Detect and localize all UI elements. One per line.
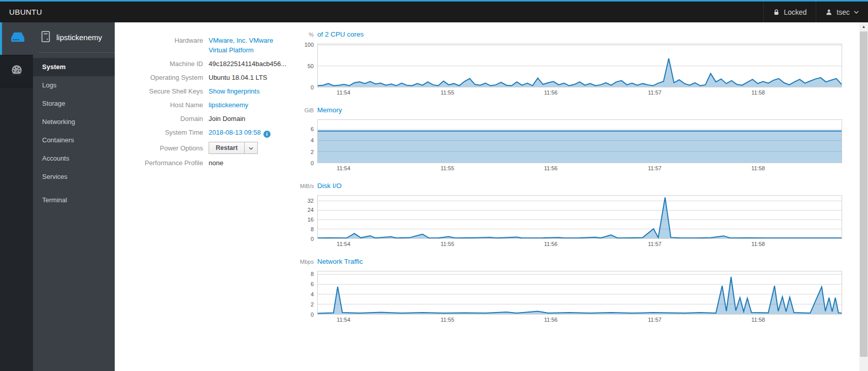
user-menu[interactable]: tsec [816,2,868,22]
sidebar-item-logs[interactable]: Logs [33,76,115,95]
machine-id-label: Machine ID [125,59,209,69]
restart-button[interactable]: Restart [209,142,245,154]
operating-system-value: Ubuntu 18.04.1 LTS [209,73,292,82]
cpu-chart-title-link[interactable]: of 2 CPU cores [317,30,364,38]
memory-y-axis: 6420 [300,119,317,163]
locked-indicator[interactable]: Locked [763,2,816,22]
sidebar-host-header[interactable]: lipstickenemy [33,22,115,52]
host-name-row-label: Host Name [125,100,209,110]
sidebar-divider [39,52,115,53]
performance-profile-value: none [209,158,292,168]
network-chart-title-link[interactable]: Network Traffic [317,258,363,265]
network-y-axis: 86420 [300,271,317,315]
cpu-y-axis: 100500 [300,44,317,87]
brand-logo: UBUNTU [0,2,51,22]
sidebar-item-system[interactable]: System [33,58,115,76]
lock-icon [773,9,780,16]
hardware-label: Hardware [125,36,209,55]
host-name-link[interactable]: lipstickenemy [209,101,248,109]
info-row-operating-system: Operating System Ubuntu 18.04.1 LTS [125,73,300,82]
host-name-label: lipstickenemy [56,33,102,42]
host-icon [40,30,51,44]
sidebar-item-terminal[interactable]: Terminal [33,191,115,209]
dashboard-tab[interactable] [0,55,33,87]
disk-io-chart: MiB/s Disk I/O 32241680 11:5411:5511:561… [300,182,842,249]
memory-x-axis: 11:5411:5511:5611:5711:58 [317,163,842,173]
memory-unit-label: GiB [300,107,317,113]
user-label: tsec [837,8,850,16]
dashboard-icon [10,64,23,79]
vertical-scrollbar[interactable]: ▲ [859,22,868,371]
power-options-label: Power Options [125,143,209,153]
cpu-plot-area[interactable] [317,44,842,87]
info-row-system-time: System Time 2018-08-13 09:58i [125,128,300,138]
network-traffic-chart: Mbps Network Traffic 86420 11:5411:5511:… [300,258,842,325]
cpu-unit-label: % [300,32,317,38]
cpu-chart: % of 2 CPU cores 100500 11:5411:5511:561… [300,30,842,98]
info-row-hardware: Hardware VMware, Inc. VMware Virtual Pla… [125,36,300,55]
system-time-link[interactable]: 2018-08-13 09:58 [209,129,261,136]
restart-dropdown-caret[interactable] [245,142,258,154]
info-row-performance-profile: Performance Profile none [125,158,300,168]
host-server-tab[interactable] [0,22,33,55]
show-fingerprints-link[interactable]: Show fingerprints [209,87,259,95]
info-icon[interactable]: i [263,131,271,138]
network-x-axis: 11:5411:5511:5611:5711:58 [317,315,842,325]
performance-profile-label: Performance Profile [125,158,209,168]
scroll-up-icon[interactable]: ▲ [859,22,868,31]
app-switcher-strip [0,22,33,371]
network-unit-label: Mbps [300,259,317,265]
charts-panel: % of 2 CPU cores 100500 11:5411:5511:561… [300,30,842,371]
locked-label: Locked [784,8,807,16]
operating-system-label: Operating System [125,73,209,82]
disk-io-unit-label: MiB/s [300,183,317,189]
scrollbar-thumb[interactable] [860,32,867,357]
memory-chart-title-link[interactable]: Memory [317,106,342,114]
cpu-x-axis: 11:5411:5511:5611:5711:58 [317,87,842,98]
system-time-label: System Time [125,128,209,138]
disk-io-x-axis: 11:5411:5511:5611:5711:58 [317,239,842,249]
sidebar-item-accounts[interactable]: Accounts [33,149,115,168]
memory-plot-area[interactable] [317,119,842,163]
server-icon [10,32,25,46]
hardware-link[interactable]: VMware, Inc. VMware Virtual Platform [209,37,273,54]
info-row-power-options: Power Options Restart [125,142,300,154]
info-row-host-name: Host Name lipstickenemy [125,100,300,110]
sidebar-item-containers[interactable]: Containers [33,131,115,149]
top-navbar: UBUNTU Locked tsec [0,0,868,22]
info-row-machine-id: Machine ID 49c1822514114bacb456... [125,59,300,69]
info-row-ssh-keys: Secure Shell Keys Show fingerprints [125,86,300,96]
system-page: Hardware VMware, Inc. VMware Virtual Pla… [115,22,859,371]
sidebar-item-services[interactable]: Services [33,168,115,186]
info-row-domain: Domain Join Domain [125,114,300,123]
join-domain-value[interactable]: Join Domain [209,114,292,123]
disk-io-plot-area[interactable] [317,195,842,239]
sidebar-item-networking[interactable]: Networking [33,113,115,131]
machine-id-value: 49c1822514114bacb456... [209,59,292,69]
chevron-down-icon [854,11,859,14]
ssh-keys-label: Secure Shell Keys [125,86,209,96]
memory-chart: GiB Memory 6420 11:5411:5511:5611:5711:5… [300,106,842,173]
system-info-panel: Hardware VMware, Inc. VMware Virtual Pla… [115,30,300,371]
network-plot-area[interactable] [317,271,842,315]
sidebar: lipstickenemy System Logs Storage Networ… [33,22,115,371]
disk-io-chart-title-link[interactable]: Disk I/O [317,182,342,190]
user-icon [825,9,832,16]
sidebar-item-storage[interactable]: Storage [33,95,115,113]
disk-io-y-axis: 32241680 [300,195,317,239]
domain-label: Domain [125,114,209,123]
